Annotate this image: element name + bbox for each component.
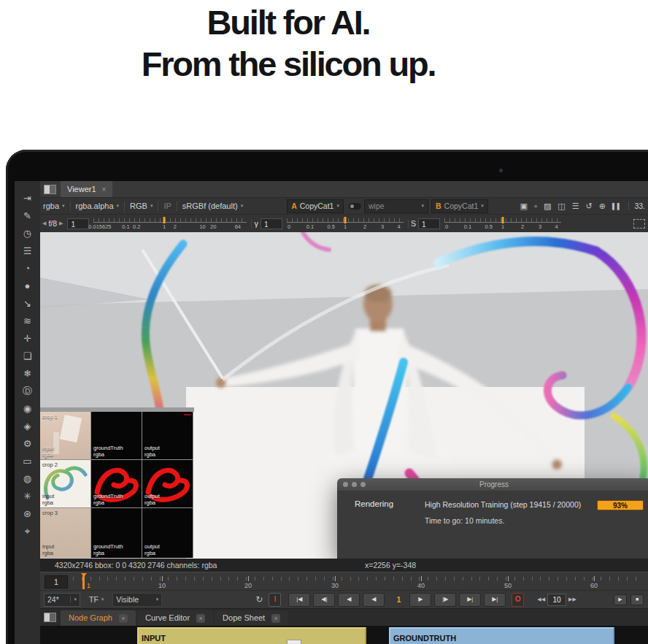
crop3-groundtruth-cell[interactable]: groundTruthrgba <box>91 508 142 558</box>
timeline-ruler[interactable] <box>73 577 642 580</box>
sparkles-tool-icon[interactable]: ✳ <box>15 488 40 505</box>
display-select[interactable]: RGB▾ <box>127 202 155 210</box>
wipe-toggle[interactable] <box>349 203 361 210</box>
minimize-window-icon[interactable] <box>352 482 357 487</box>
decrement-icon[interactable]: ◀◀ <box>537 597 545 602</box>
close-icon[interactable]: × <box>271 614 280 623</box>
tab-node-graph[interactable]: Node Graph × <box>61 610 136 626</box>
b-input-select[interactable]: B CopyCat1 ▾ <box>431 199 488 213</box>
refresh-icon[interactable]: ↺ <box>586 202 593 211</box>
step-forward-button[interactable]: |▶ <box>434 593 456 607</box>
stack-icon[interactable]: ☰ <box>572 202 579 211</box>
close-icon[interactable]: × <box>196 614 205 623</box>
crop2-groundtruth-cell[interactable]: groundTruthrgba <box>91 460 142 508</box>
wipescreens-icon[interactable]: ◫ <box>558 202 565 211</box>
gamma-slider[interactable]: 0 0.1 0.5 1 2 3 4 <box>287 215 404 231</box>
gain-prev-icon[interactable]: ◀ <box>40 221 48 226</box>
keyer-tool-icon[interactable]: ↘ <box>15 295 40 313</box>
wipe-mode-select[interactable]: wipe ▾ <box>364 199 428 213</box>
tab-dope-sheet[interactable]: Dope Sheet × <box>215 610 288 626</box>
channel-tool-icon[interactable]: ☰ <box>15 242 40 260</box>
tab-curve-editor[interactable]: Curve Editor × <box>137 610 213 626</box>
time-tool-icon[interactable]: ◷ <box>15 225 40 242</box>
node[interactable] <box>287 640 301 644</box>
play-backward-button[interactable]: ◀ <box>338 593 360 607</box>
next-keyframe-button[interactable]: ▶| <box>459 593 481 607</box>
particles-tool-icon[interactable]: ❄ <box>15 365 40 383</box>
update-icon[interactable]: ⊕ <box>599 202 606 211</box>
step-back-button[interactable]: ◀ <box>363 593 385 607</box>
proxyframe-icon[interactable]: ▫ <box>534 202 537 210</box>
crop2-output-cell[interactable]: outputrgba <box>142 460 193 508</box>
in-point-button[interactable]: I <box>269 593 281 607</box>
frame-increment-field[interactable]: 10 <box>547 594 566 606</box>
crop1-groundtruth-cell[interactable]: groundTruthrgba <box>91 412 142 460</box>
go-to-end-button[interactable]: ▶| <box>484 593 506 607</box>
playhead[interactable] <box>82 573 85 589</box>
furnace-tool-icon[interactable]: ◍ <box>15 470 40 488</box>
layer-select[interactable]: rgba▾ <box>40 202 68 210</box>
image-tool-icon[interactable]: ⇥ <box>15 190 40 207</box>
zoom-window-icon[interactable] <box>360 482 366 487</box>
pane-split-icon[interactable] <box>44 185 56 194</box>
gamma-marker[interactable] <box>344 217 346 223</box>
crop1-input-cell[interactable]: crop 1 inputrgba <box>40 412 91 460</box>
deep-tool-icon[interactable]: Ⓓ <box>15 383 40 400</box>
node-graph[interactable]: INPUT GROUNDTRUTH <box>40 626 648 644</box>
crop3-input-cell[interactable]: crop 3 inputrgba <box>40 508 91 558</box>
tab-viewer1[interactable]: Viewer1× <box>61 181 112 197</box>
prev-keyframe-button[interactable]: ◀| <box>313 593 335 607</box>
timeline-mode-select[interactable]: TF▾ <box>86 595 107 604</box>
filter-tool-icon[interactable]: ● <box>15 277 40 295</box>
increment-icon[interactable]: ▶▶ <box>568 597 576 602</box>
backdrop-input[interactable]: INPUT <box>137 627 366 644</box>
fullframe-icon[interactable]: ▣ <box>520 202 528 211</box>
range-select[interactable]: Visible ▾ <box>112 593 162 607</box>
gain-input[interactable]: 1 <box>67 218 89 229</box>
timeline[interactable]: 1 10 20 30 40 50 60 1 <box>40 572 648 590</box>
current-frame[interactable]: 1 <box>396 595 401 604</box>
backdrop-groundtruth[interactable]: GROUNDTRUTH <box>389 627 614 644</box>
pause-icon[interactable]: ▌▌ <box>612 203 622 210</box>
viewer-image[interactable]: crop 1 inputrgba groundTruthrgba outputr… <box>40 232 648 559</box>
crop2-input-cell[interactable]: crop 2 inputrgba <box>40 460 91 508</box>
3d-tool-icon[interactable]: ❏ <box>15 348 40 365</box>
timeline-frame-field[interactable]: 1 <box>45 575 68 589</box>
merge-tool-icon[interactable]: ≋ <box>15 313 40 330</box>
target-tool-icon[interactable]: ⌖ <box>15 523 40 540</box>
crop3-output-cell[interactable]: outputrgba <box>142 508 193 558</box>
toolsets-tool-icon[interactable]: ⚙ <box>15 435 40 453</box>
close-icon[interactable]: × <box>102 185 107 193</box>
flipbook-stop-icon[interactable]: ■ <box>630 594 644 605</box>
saturation-slider[interactable]: 0 0.1 0.5 1 2 3 4 <box>444 215 561 231</box>
out-point-button[interactable]: O <box>512 593 524 607</box>
draw-tool-icon[interactable]: ✎ <box>15 207 40 225</box>
play-button[interactable]: ▶ <box>409 593 431 607</box>
progress-dialog[interactable]: Progress Rendering High Resolution Train… <box>337 478 648 559</box>
fps-select[interactable]: 24* ▾ <box>44 593 80 607</box>
loop-mode-icon[interactable]: ↻ <box>255 594 263 605</box>
saturation-input[interactable]: 1 <box>418 218 440 229</box>
pane-split-icon[interactable] <box>44 613 56 622</box>
metadata-tool-icon[interactable]: ◈ <box>15 418 40 435</box>
views-tool-icon[interactable]: ◉ <box>15 400 40 418</box>
go-to-start-button[interactable]: |◀ <box>288 593 310 607</box>
a-input-select[interactable]: A CopyCat1 ▾ <box>287 199 344 213</box>
roi-icon[interactable] <box>633 219 645 229</box>
color-tool-icon[interactable]: ◔ <box>15 260 40 277</box>
gain-slider[interactable]: 0.015625 0.1 0.2 1 2 10 20 64 <box>93 215 247 231</box>
transform-tool-icon[interactable]: ✛ <box>15 330 40 348</box>
lut-select[interactable]: sRGBf (default)▾ <box>180 202 246 210</box>
flipbook-play-icon[interactable]: ▶ <box>614 594 627 605</box>
proxymode-icon[interactable]: ▨ <box>544 202 551 211</box>
cattery-tool-icon[interactable]: ⊛ <box>15 505 40 523</box>
input-process-toggle[interactable]: IP <box>161 202 174 210</box>
crop1-output-cell[interactable]: outputrgba <box>142 412 193 460</box>
alpha-select[interactable]: rgba.alpha▾ <box>73 202 123 210</box>
other-tool-icon[interactable]: ▭ <box>15 453 40 470</box>
saturation-marker[interactable] <box>501 217 504 223</box>
gain-marker[interactable] <box>163 217 166 223</box>
close-icon[interactable]: × <box>119 614 128 623</box>
close-window-icon[interactable] <box>343 482 348 487</box>
gamma-input[interactable]: 1 <box>261 218 282 229</box>
